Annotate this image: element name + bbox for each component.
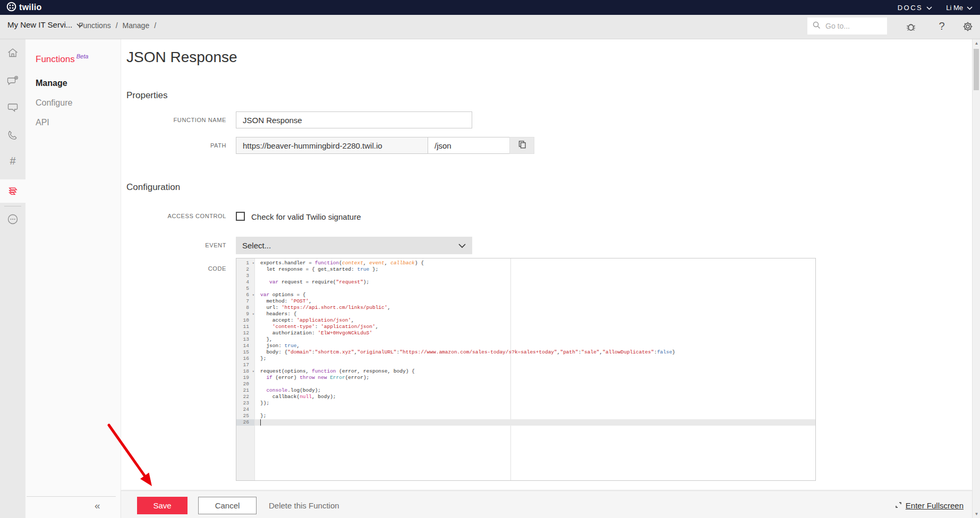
user-menu[interactable]: Li Me [946,4,973,12]
save-button[interactable]: Save [137,497,188,514]
rail-divider [4,206,21,206]
delete-function-link[interactable]: Delete this Function [269,501,339,510]
copy-path-button[interactable] [509,137,534,154]
home-icon[interactable] [0,47,25,59]
properties-heading: Properties [126,90,167,101]
code-gutter: 1▾23456▾789▾101112131415161718▾192021222… [236,258,255,480]
help-icon[interactable]: ? [938,20,946,32]
twilio-signature-checkbox-label[interactable]: Check for valid Twilio signature [251,212,361,221]
sidebar-title-functions[interactable]: FunctionsBeta [36,53,88,65]
scroll-up-icon[interactable]: ▲ [973,41,980,46]
code-lines: exports.handler = function(context, even… [255,260,815,426]
feedback-icon[interactable] [0,74,25,87]
project-switcher[interactable]: My New IT Servi... [7,20,83,29]
twilio-logo-icon [6,2,16,14]
access-control-label: ACCESS CONTROL [126,213,226,219]
gear-icon[interactable] [961,21,974,32]
functions-icon[interactable] [0,185,25,198]
event-label: EVENT [126,242,226,248]
goto-search[interactable] [807,18,887,34]
breadcrumb-functions[interactable]: Functions [79,21,111,30]
page-scrollbar[interactable]: ▲ ▼ [972,39,980,518]
beta-badge: Beta [76,53,89,59]
code-label: CODE [126,265,226,272]
configuration-heading: Configuration [126,182,180,193]
path-suffix-input[interactable] [428,137,510,154]
event-select[interactable]: Select... [236,237,472,254]
sidebar-item-api[interactable]: API [36,118,49,127]
action-bar: Save Cancel Delete this Function Enter F… [121,490,972,518]
enter-fullscreen-link[interactable]: Enter Fullscreen [895,501,964,510]
debugger-bug-icon[interactable] [904,21,918,33]
chevron-down-icon [458,241,466,250]
sidebar-item-manage[interactable]: Manage [36,79,67,88]
docs-menu[interactable]: DOCS [898,4,933,12]
side-nav [25,39,121,518]
twilio-logo[interactable]: twilio [6,2,42,14]
function-name-label: FUNCTION NAME [126,117,226,123]
code-cursor [260,419,261,426]
path-base-input[interactable] [236,137,428,154]
chat-icon[interactable] [0,101,25,114]
chevron-down-icon [926,4,932,12]
sidenav-divider [27,496,116,497]
page-title: JSON Response [126,49,237,66]
breadcrumb: Functions / Manage / [79,21,156,30]
scroll-down-icon[interactable]: ▼ [973,512,980,516]
twilio-console: twilio DOCS Li Me My New IT Servi... Fu [0,0,980,518]
search-input[interactable] [824,21,885,31]
collapse-sidebar-button[interactable]: « [95,500,99,512]
expand-icon [895,501,902,510]
breadcrumb-manage[interactable]: Manage [123,21,150,30]
cancel-button[interactable]: Cancel [198,497,257,514]
top-bar: twilio DOCS Li Me [0,0,980,15]
search-icon [813,21,821,31]
event-select-value: Select... [242,241,271,250]
breadcrumb-separator: / [116,21,118,30]
copy-icon [518,140,526,151]
function-name-input[interactable] [236,111,472,128]
code-editor[interactable]: 1▾23456▾789▾101112131415161718▾192021222… [236,258,816,481]
more-icon[interactable] [0,213,25,226]
chevron-down-icon [967,4,973,12]
scrollbar-thumb[interactable] [974,49,979,90]
hash-icon[interactable]: # [0,155,25,167]
phone-icon[interactable] [0,129,25,142]
sidebar-item-configure[interactable]: Configure [36,98,72,108]
path-label: PATH [126,142,226,149]
brand-name: twilio [19,3,42,12]
breadcrumb-separator: / [154,21,156,30]
twilio-signature-checkbox[interactable] [236,212,245,221]
